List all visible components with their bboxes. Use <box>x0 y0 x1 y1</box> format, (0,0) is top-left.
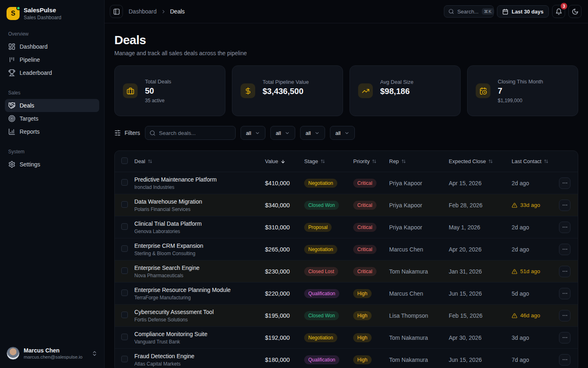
column-header-value[interactable]: Value <box>265 158 304 164</box>
column-header-deal[interactable]: Deal <box>134 158 265 164</box>
filter-dropdown-4[interactable]: all <box>330 126 355 140</box>
sidebar: S SalesPulse Sales Dashboard Overview Da… <box>0 0 105 368</box>
priority-badge: High <box>353 355 372 364</box>
row-checkbox[interactable] <box>121 201 128 208</box>
stat-value: $3,436,500 <box>263 87 309 96</box>
sidebar-item-leaderboard[interactable]: Leaderboard <box>5 66 99 79</box>
filters-text: Filters <box>125 130 140 136</box>
deal-value: $230,000 <box>265 268 304 275</box>
row-actions-button[interactable] <box>559 332 570 343</box>
select-all-checkbox[interactable] <box>121 157 128 164</box>
row-checkbox[interactable] <box>121 356 128 362</box>
sidebar-item-targets[interactable]: Targets <box>5 112 99 125</box>
table-row[interactable]: Enterprise Search Engine Nova Pharmaceut… <box>115 260 578 283</box>
sidebar-item-deals[interactable]: Deals <box>5 99 99 112</box>
theme-toggle-button[interactable] <box>568 5 581 18</box>
deals-table: DealValueStagePriorityRepExpected CloseL… <box>114 150 578 368</box>
deal-rep: Priya Kapoor <box>389 180 449 186</box>
column-header-stage[interactable]: Stage <box>304 158 353 164</box>
sidebar-item-label: Dashboard <box>20 43 48 50</box>
row-checkbox[interactable] <box>121 179 128 186</box>
last-contact: 33d ago <box>512 202 559 208</box>
sidebar-item-reports[interactable]: Reports <box>5 125 99 138</box>
row-actions-button[interactable] <box>559 266 570 277</box>
app-logo: S <box>7 7 20 20</box>
column-header-rep[interactable]: Rep <box>389 158 449 164</box>
deal-name: Enterprise CRM Expansion <box>134 242 265 249</box>
row-actions-button[interactable] <box>559 200 570 211</box>
row-checkbox[interactable] <box>121 312 128 318</box>
last-contact: 2d ago <box>512 246 559 253</box>
row-actions-button[interactable] <box>559 310 570 321</box>
deal-search-input[interactable] <box>159 130 231 136</box>
sidebar-item-dashboard[interactable]: Dashboard <box>5 40 99 53</box>
table-row[interactable]: Cybersecurity Assessment Tool Fortis Def… <box>115 305 578 327</box>
table-row[interactable]: Enterprise CRM Expansion Sterling & Bloo… <box>115 238 578 260</box>
ellipsis-icon <box>562 202 568 208</box>
date-range-button[interactable]: Last 30 days <box>497 5 549 18</box>
table-row[interactable]: Enterprise Resource Planning Module Terr… <box>115 283 578 305</box>
topbar: Dashboard Deals Search... ⌘K Last 30 day… <box>105 0 588 23</box>
filter-dropdown-1[interactable]: all <box>241 126 265 140</box>
stat-label: Total Pipeline Value <box>263 79 309 85</box>
deal-company: TerraForge Manufacturing <box>134 295 265 301</box>
filter-dropdown-2[interactable]: all <box>270 126 295 140</box>
dollar-icon <box>241 83 255 98</box>
sidebar-item-label: Targets <box>20 115 38 122</box>
panel-left-icon <box>113 8 120 15</box>
nav-section-system: System Settings <box>5 149 99 171</box>
deal-company: Atlas Capital Markets <box>134 361 265 367</box>
row-checkbox[interactable] <box>121 267 128 274</box>
global-search-placeholder: Search... <box>457 9 479 15</box>
notifications-button[interactable]: 3 <box>552 5 565 18</box>
column-label: Rep <box>389 158 399 164</box>
deal-search-field <box>145 126 236 140</box>
row-actions-button[interactable] <box>559 222 570 233</box>
column-header-expected-close[interactable]: Expected Close <box>449 158 512 164</box>
deal-value: $192,000 <box>265 334 304 341</box>
row-actions-button[interactable] <box>559 244 570 255</box>
global-search[interactable]: Search... ⌘K <box>444 5 494 18</box>
ellipsis-icon <box>562 180 568 186</box>
user-name: Marcus Chen <box>24 347 82 354</box>
table-row[interactable]: Predictive Maintenance Platform Ironclad… <box>115 172 578 194</box>
row-actions-button[interactable] <box>559 288 570 299</box>
sidebar-item-pipeline[interactable]: Pipeline <box>5 53 99 66</box>
last-contact: 5d ago <box>512 290 559 297</box>
trending-up-icon <box>358 83 373 98</box>
table-row[interactable]: Clinical Trial Data Platform Genova Labo… <box>115 216 578 238</box>
table-row[interactable]: Compliance Monitoring Suite Vanguard Tru… <box>115 327 578 349</box>
table-row[interactable]: Fraud Detection Engine Atlas Capital Mar… <box>115 349 578 368</box>
chevron-right-icon <box>161 9 166 14</box>
stat-value: 50 <box>145 86 171 96</box>
row-checkbox[interactable] <box>121 245 128 252</box>
row-actions-button[interactable] <box>559 354 570 366</box>
row-checkbox[interactable] <box>121 223 128 230</box>
stat-sub <box>380 98 413 103</box>
chevron-down-icon <box>314 130 320 136</box>
table-row[interactable]: Data Warehouse Migration Polaris Financi… <box>115 194 578 216</box>
logo-letter: S <box>11 10 16 17</box>
deal-rep: Tom Nakamura <box>389 357 449 363</box>
last-contact: 2d ago <box>512 180 559 186</box>
deal-rep: Tom Nakamura <box>389 334 449 341</box>
sidebar-toggle-button[interactable] <box>110 5 123 18</box>
breadcrumb-parent[interactable]: Dashboard <box>129 8 157 15</box>
stage-badge: Negotiation <box>304 179 337 188</box>
row-checkbox[interactable] <box>121 289 128 296</box>
expected-close-date: May 1, 2026 <box>449 224 512 231</box>
user-menu[interactable]: Marcus Chen marcus.chen@salespulse.io <box>5 345 99 361</box>
stat-card-avg-deal-size: Avg Deal Size $98,186 <box>350 65 461 116</box>
row-checkbox[interactable] <box>121 334 128 340</box>
sidebar-item-settings[interactable]: Settings <box>5 158 99 171</box>
breadcrumb-current: Deals <box>170 8 185 15</box>
row-actions-button[interactable] <box>559 177 570 189</box>
column-header-last-contact[interactable]: Last Contact <box>512 158 559 164</box>
column-header-priority[interactable]: Priority <box>353 158 389 164</box>
filter-dropdown-3[interactable]: all <box>300 126 325 140</box>
calendar-clock-icon <box>476 83 490 98</box>
sort-icon <box>544 159 548 164</box>
stat-value: 7 <box>498 86 543 96</box>
sidebar-item-label: Reports <box>20 128 40 135</box>
column-label: Expected Close <box>449 158 486 164</box>
